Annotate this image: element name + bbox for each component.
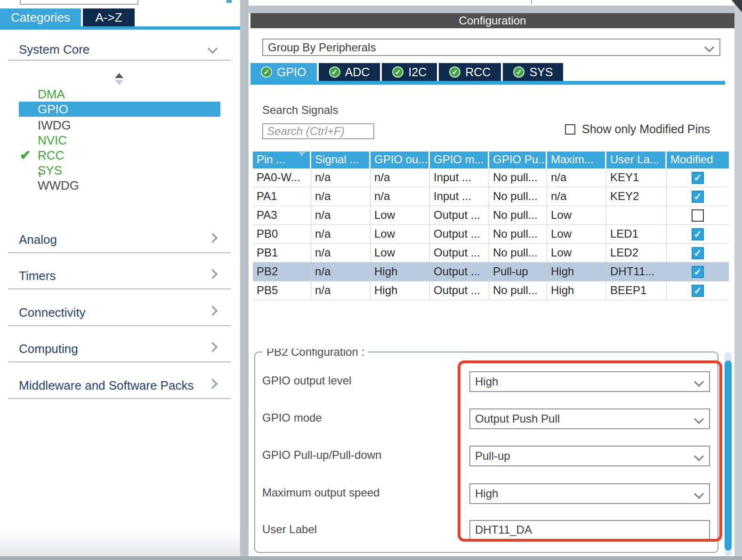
panel-title: Configuration	[250, 13, 734, 28]
tabs-underline	[250, 81, 725, 85]
section-system-core[interactable]: System Core	[19, 42, 89, 57]
filter-icon	[226, 0, 232, 3]
item-label: NVIC	[38, 133, 67, 147]
table-row-pb5[interactable]: PB5 n/a High Output ... No pull... High …	[253, 281, 729, 300]
tab-a-to-z[interactable]: A->Z	[83, 8, 135, 26]
sidebar-item-sys[interactable]: ! SYS	[19, 163, 220, 178]
column-header-max-speed[interactable]: Maxim...	[547, 152, 606, 168]
sort-icon[interactable]	[292, 155, 305, 168]
table-header-row: Pin ... Signal ... GPIO ou... GPIO m... …	[253, 152, 729, 168]
search-input[interactable]	[262, 123, 374, 139]
check-icon: ✔	[20, 149, 33, 161]
pins-table: Pin ... Signal ... GPIO ou... GPIO m... …	[253, 152, 729, 300]
group-by-dropdown[interactable]: Group By Peripherals	[262, 39, 720, 56]
status-ok-icon: ✓	[449, 66, 460, 78]
divider-line	[8, 398, 231, 399]
modified-checkbox[interactable]	[692, 172, 704, 184]
column-header-user-label[interactable]: User La...	[606, 152, 667, 168]
tab-a-to-z-label: A->Z	[95, 10, 122, 25]
column-header-gpio-mode[interactable]: GPIO m...	[430, 152, 489, 168]
gpio-pull-select[interactable]: Pull-up	[469, 446, 710, 466]
sidebar-item-gpio[interactable]: GPIO	[19, 102, 220, 117]
column-header-modified[interactable]: Modified	[667, 152, 729, 168]
tab-adc[interactable]: ✓ ADC	[319, 63, 380, 81]
sidebar-item-rcc[interactable]: ✔ RCC	[19, 148, 220, 163]
tab-i2c[interactable]: ✓ I2C	[382, 63, 437, 81]
item-label: WWDG	[38, 178, 79, 192]
sidebar-item-dma[interactable]: DMA	[19, 87, 220, 102]
bottom-edge-bar	[0, 556, 742, 560]
section-middleware[interactable]: Middleware and Software Packs	[19, 378, 194, 393]
tab-label: RCC	[465, 65, 491, 79]
column-header-gpio-output[interactable]: GPIO ou...	[371, 152, 430, 168]
section-computing[interactable]: Computing	[19, 342, 78, 356]
table-row-pa0[interactable]: PA0-W... n/a n/a Input ... No pull... n/…	[253, 168, 729, 187]
gpio-mode-label: GPIO mode	[262, 411, 322, 424]
gpio-output-level-select[interactable]: High	[469, 371, 710, 392]
column-header-gpio-pull[interactable]: GPIO Pu...	[489, 152, 547, 168]
table-row-pb2[interactable]: PB2 n/a High Output ... Pull-up High DHT…	[253, 263, 729, 281]
configuration-panel: Configuration Group By Peripherals ✓ GPI…	[249, 0, 734, 556]
search-signals-label: Search Signals	[262, 104, 338, 117]
panel-divider[interactable]	[240, 0, 249, 556]
chevron-down-icon	[694, 488, 704, 498]
item-label: SYS	[38, 163, 62, 177]
section-analog[interactable]: Analog	[19, 232, 57, 247]
table-row-pa1[interactable]: PA1 n/a n/a Input ... No pull... n/a KEY…	[253, 187, 729, 206]
status-ok-icon: ✓	[513, 66, 524, 78]
gpio-output-level-label: GPIO output level	[262, 374, 351, 387]
tab-label: SYS	[529, 65, 553, 79]
chevron-down-icon	[694, 414, 704, 424]
column-header-signal[interactable]: Signal ...	[311, 152, 371, 168]
modified-checkbox[interactable]	[692, 266, 704, 278]
chevron-right-icon[interactable]	[208, 233, 218, 243]
sidebar-search-field[interactable]	[20, 0, 138, 5]
modified-checkbox[interactable]	[692, 209, 704, 222]
chevron-right-icon[interactable]	[208, 379, 218, 389]
sidebar-item-nvic[interactable]: NVIC	[19, 133, 220, 148]
table-row-pb0[interactable]: PB0 n/a Low Output ... No pull... Low LE…	[253, 225, 729, 244]
modified-checkbox[interactable]	[692, 191, 704, 203]
divider-line	[8, 288, 231, 289]
column-header-pin[interactable]: Pin ...	[253, 152, 311, 168]
section-timers[interactable]: Timers	[19, 269, 56, 283]
scrollbar-thumb[interactable]	[725, 360, 732, 551]
item-label: DMA	[38, 87, 65, 101]
list-scroll-spinner-icon[interactable]	[115, 73, 123, 85]
sidebar-item-iwdg[interactable]: IWDG	[19, 118, 220, 133]
gpio-mode-select[interactable]: Output Push Pull	[469, 408, 710, 429]
gpio-pull-label: GPIO Pull-up/Pull-down	[262, 448, 381, 462]
chevron-down-icon[interactable]	[208, 44, 218, 54]
chevron-down-icon	[704, 42, 714, 52]
user-label-input[interactable]	[469, 520, 710, 540]
modified-checkbox[interactable]	[692, 285, 704, 297]
tab-label: ADC	[345, 65, 370, 79]
active-tab-underline	[0, 26, 240, 30]
sidebar-item-wwdg[interactable]: WWDG	[19, 178, 220, 193]
divider-line	[8, 325, 231, 326]
tab-gpio[interactable]: ✓ GPIO	[250, 63, 317, 81]
panel-header-band	[249, 6, 734, 13]
tab-rcc[interactable]: ✓ RCC	[439, 63, 501, 81]
tab-sys[interactable]: ✓ SYS	[503, 63, 563, 81]
modified-checkbox[interactable]	[692, 247, 704, 259]
divider-line	[8, 60, 231, 61]
stm32cubemx-config-screen: Categories A->Z System Core DMA GPIO IWD…	[0, 0, 742, 560]
chevron-right-icon[interactable]	[208, 269, 218, 279]
table-row-pb1[interactable]: PB1 n/a Low Output ... No pull... Low LE…	[253, 244, 729, 263]
section-connectivity[interactable]: Connectivity	[19, 305, 86, 320]
max-output-speed-select[interactable]: High	[469, 483, 710, 504]
chevron-right-icon[interactable]	[208, 342, 218, 352]
vertical-scrollbar[interactable]	[725, 352, 732, 556]
tab-categories[interactable]: Categories	[0, 8, 81, 26]
show-modified-checkbox[interactable]	[565, 124, 575, 135]
status-ok-icon: ✓	[329, 66, 340, 78]
modified-checkbox[interactable]	[692, 228, 704, 240]
chevron-right-icon[interactable]	[208, 306, 218, 316]
divider-line	[8, 361, 231, 362]
divider-line	[8, 252, 231, 253]
tab-label: GPIO	[277, 65, 306, 79]
table-row-pa3[interactable]: PA3 n/a Low Output ... No pull... Low	[253, 206, 729, 225]
item-label: IWDG	[38, 118, 71, 132]
chevron-down-icon	[694, 451, 704, 461]
